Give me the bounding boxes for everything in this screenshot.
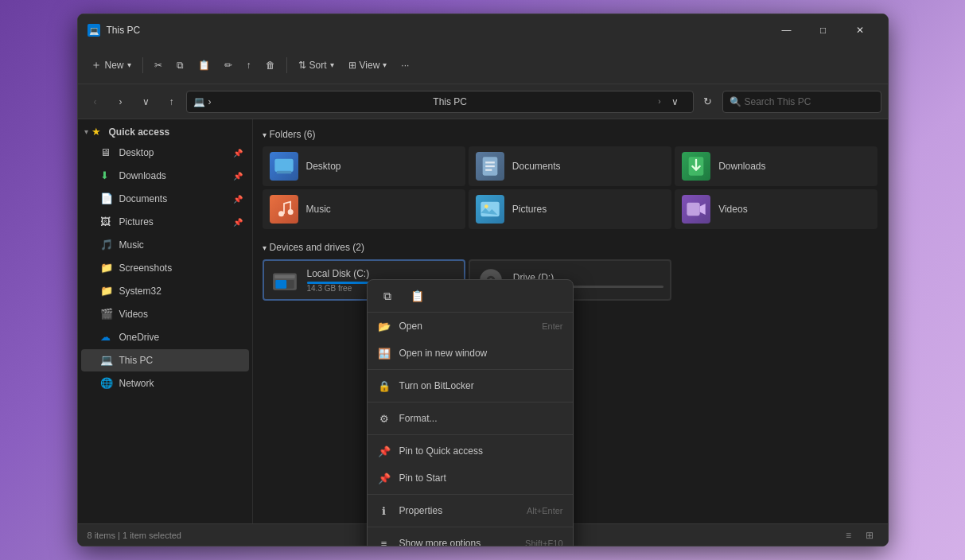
new-chevron-icon: ▾ <box>127 60 131 69</box>
forward-button[interactable]: › <box>110 91 132 113</box>
ctx-copy-button[interactable]: ⧉ <box>374 285 401 307</box>
search-icon: 🔍 <box>730 96 741 107</box>
folders-section-label: Folders (6) <box>270 129 316 140</box>
drive-thumb-c <box>270 266 299 294</box>
ctx-pin-start-icon: 📌 <box>377 471 391 485</box>
addressbar: ‹ › ∨ ↑ 💻 › This PC › ∨ ↻ 🔍 Search This … <box>78 84 888 119</box>
address-dropdown-button[interactable]: ∨ <box>664 91 687 113</box>
sidebar-item-network[interactable]: 🌐 Network <box>81 372 249 395</box>
delete-button[interactable]: 🗑 <box>259 52 282 79</box>
ctx-pin-quick-item[interactable]: 📌 Pin to Quick access <box>368 438 573 465</box>
sidebar-item-pictures[interactable]: 🖼 Pictures 📌 <box>81 211 249 233</box>
ctx-properties-shortcut: Alt+Enter <box>527 506 563 515</box>
more-button[interactable]: ··· <box>395 52 415 79</box>
svg-point-7 <box>278 211 284 216</box>
folder-name-downloads: Downloads <box>718 161 765 172</box>
ctx-paste-button[interactable]: 📋 <box>404 285 431 307</box>
downloads-icon: ⬇ <box>100 169 113 182</box>
status-views: ≡ ⊞ <box>840 527 878 544</box>
this-pc-icon: 💻 <box>100 354 113 367</box>
svg-rect-1 <box>276 171 291 174</box>
folder-item-music[interactable]: Music <box>263 189 465 229</box>
sidebar-item-downloads[interactable]: ⬇ Downloads 📌 <box>81 165 249 187</box>
address-box[interactable]: 💻 › This PC › ∨ <box>186 91 694 113</box>
ctx-pin-start-label: Pin to Start <box>399 472 563 484</box>
close-button[interactable]: ✕ <box>842 18 878 43</box>
paste-button[interactable]: 📋 <box>192 52 216 79</box>
new-button[interactable]: ＋ New ▾ <box>84 52 138 79</box>
sidebar-item-onedrive[interactable]: ☁ OneDrive <box>81 326 249 348</box>
view-button[interactable]: ⊞ View ▾ <box>342 52 394 79</box>
folder-item-pictures[interactable]: Pictures <box>469 189 671 229</box>
ctx-pin-start-item[interactable]: 📌 Pin to Start <box>368 465 573 492</box>
sidebar-item-label: Videos <box>119 309 148 320</box>
rename-icon: ✏ <box>224 60 232 71</box>
sort-button[interactable]: ⇅ Sort ▾ <box>292 52 340 79</box>
ctx-properties-item[interactable]: ℹ Properties Alt+Enter <box>368 497 573 524</box>
sidebar-item-desktop[interactable]: 🖥 Desktop 📌 <box>81 142 249 164</box>
up-chevron-button[interactable]: ∨ <box>135 91 158 113</box>
search-placeholder: Search This PC <box>745 96 811 107</box>
folders-section-header[interactable]: ▾ Folders (6) <box>263 126 878 146</box>
address-separator-1: › <box>208 96 430 107</box>
back-button[interactable]: ‹ <box>84 91 107 113</box>
folder-item-desktop[interactable]: Desktop <box>263 146 465 186</box>
ctx-show-more-shortcut: Shift+F10 <box>525 539 562 546</box>
svg-rect-5 <box>485 169 492 171</box>
drives-section-header[interactable]: ▾ Devices and drives (2) <box>263 239 878 259</box>
folder-name-pictures: Pictures <box>512 204 547 215</box>
grid-view-button[interactable]: ⊞ <box>861 527 878 544</box>
sort-icon: ⇅ <box>298 60 306 71</box>
list-view-button[interactable]: ≡ <box>840 527 858 544</box>
quick-access-star-icon: ★ <box>91 126 101 138</box>
up-directory-button[interactable]: ↑ <box>161 91 183 113</box>
copy-icon: ⧉ <box>177 60 184 71</box>
quick-access-label: Quick access <box>109 126 170 138</box>
sidebar-item-documents[interactable]: 📄 Documents 📌 <box>81 188 249 210</box>
folder-item-videos[interactable]: Videos <box>675 189 877 229</box>
ctx-open-new-window-icon: 🪟 <box>377 346 391 360</box>
folder-item-documents[interactable]: Documents <box>469 146 671 186</box>
screenshots-icon: 📁 <box>100 262 113 274</box>
ctx-open-new-window-item[interactable]: 🪟 Open in new window <box>368 340 573 367</box>
sort-label: Sort <box>309 60 327 71</box>
svg-rect-11 <box>687 203 699 216</box>
ctx-show-more-item[interactable]: ≡ Show more options Shift+F10 <box>368 530 573 546</box>
view-label: View <box>360 60 380 71</box>
sidebar-item-label: Downloads <box>119 170 166 181</box>
ctx-format-item[interactable]: ⚙ Format... <box>368 405 573 432</box>
minimize-button[interactable]: — <box>768 18 805 43</box>
ctx-separator-4 <box>368 494 573 495</box>
cut-button[interactable]: ✂ <box>148 52 169 79</box>
maximize-button[interactable]: □ <box>805 18 842 43</box>
share-button[interactable]: ↑ <box>240 52 258 79</box>
desktop-pin-icon: 📌 <box>233 149 243 158</box>
copy-button[interactable]: ⧉ <box>170 52 190 79</box>
context-menu: ⧉ 📋 📂 Open Enter 🪟 Open in new window 🔒 … <box>367 279 574 546</box>
ctx-open-item[interactable]: 📂 Open Enter <box>368 313 573 340</box>
sidebar-item-label: OneDrive <box>119 332 160 343</box>
sidebar-item-screenshots[interactable]: 📁 Screenshots <box>81 257 249 279</box>
sidebar-item-this-pc[interactable]: 💻 This PC <box>81 349 249 371</box>
ctx-show-more-icon: ≡ <box>377 536 391 546</box>
search-box[interactable]: 🔍 Search This PC <box>722 91 881 113</box>
pictures-icon: 🖼 <box>100 216 113 228</box>
rename-button[interactable]: ✏ <box>218 52 239 79</box>
ctx-bitlocker-icon: 🔒 <box>377 379 391 393</box>
ctx-separator-5 <box>368 527 573 527</box>
documents-pin-icon: 📌 <box>233 195 243 204</box>
folder-item-downloads[interactable]: Downloads <box>675 146 877 186</box>
sidebar-item-system32[interactable]: 📁 System32 <box>81 280 249 302</box>
svg-rect-13 <box>274 275 295 278</box>
refresh-button[interactable]: ↻ <box>697 91 719 113</box>
drive-name-c: Local Disk (C:) <box>307 268 457 279</box>
sidebar-item-music[interactable]: 🎵 Music <box>81 234 249 256</box>
ctx-separator-3 <box>368 434 573 435</box>
sidebar-item-videos[interactable]: 🎬 Videos <box>81 303 249 325</box>
ctx-bitlocker-item[interactable]: 🔒 Turn on BitLocker <box>368 372 573 399</box>
ctx-bitlocker-label: Turn on BitLocker <box>399 380 563 391</box>
new-icon: ＋ <box>91 58 102 72</box>
quick-access-header[interactable]: ▾ ★ Quick access <box>78 122 252 141</box>
svg-point-8 <box>287 209 293 215</box>
paste-icon: 📋 <box>198 60 210 71</box>
